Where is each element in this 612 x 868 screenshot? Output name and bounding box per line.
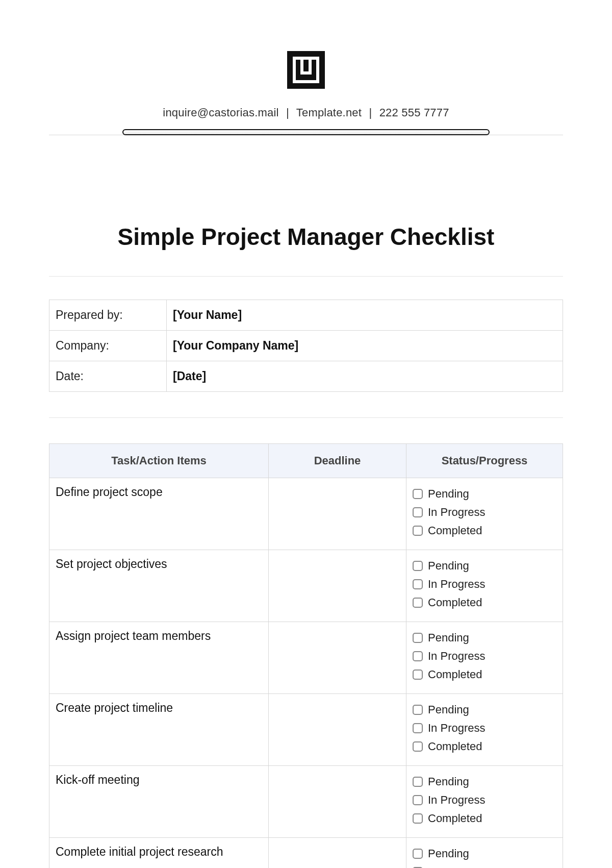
checkbox-icon[interactable]: [413, 795, 423, 805]
status-option-label: In Progress: [428, 650, 486, 663]
deadline-cell[interactable]: [269, 766, 406, 838]
page-title: Simple Project Manager Checklist: [49, 223, 563, 251]
status-list: PendingIn ProgressCompleted: [413, 631, 556, 681]
status-option-label: Pending: [428, 775, 469, 788]
status-option-label: Completed: [428, 812, 482, 825]
status-option: Pending: [413, 559, 556, 573]
task-name-cell: Assign project team members: [49, 622, 269, 694]
status-option: In Progress: [413, 793, 556, 807]
status-option: Completed: [413, 740, 556, 753]
column-header-task: Task/Action Items: [49, 444, 269, 478]
status-option-label: In Progress: [428, 793, 486, 807]
deadline-cell[interactable]: [269, 622, 406, 694]
status-option: Completed: [413, 524, 556, 537]
checkbox-icon[interactable]: [413, 579, 423, 589]
checkbox-icon[interactable]: [413, 705, 423, 715]
status-option: Pending: [413, 631, 556, 644]
status-list: PendingIn ProgressCompleted: [413, 847, 556, 868]
status-option-label: Pending: [428, 847, 469, 860]
status-option-label: Completed: [428, 740, 482, 753]
status-option-label: Completed: [428, 524, 482, 537]
status-option-label: Pending: [428, 703, 469, 716]
checkbox-icon[interactable]: [413, 651, 423, 661]
table-row: Complete initial project researchPending…: [49, 838, 563, 869]
checkbox-icon[interactable]: [413, 723, 423, 733]
status-option: In Progress: [413, 722, 556, 735]
table-header-row: Task/Action Items Deadline Status/Progre…: [49, 444, 563, 478]
status-option-label: In Progress: [428, 722, 486, 735]
checkbox-icon[interactable]: [413, 561, 423, 571]
task-name-cell: Complete initial project research: [49, 838, 269, 869]
checkbox-icon[interactable]: [413, 598, 423, 608]
deadline-cell[interactable]: [269, 550, 406, 622]
divider: [49, 417, 563, 418]
deadline-cell[interactable]: [269, 694, 406, 766]
checkbox-icon[interactable]: [413, 633, 423, 643]
status-option: Completed: [413, 668, 556, 681]
checkbox-icon[interactable]: [413, 813, 423, 824]
task-name-cell: Kick-off meeting: [49, 766, 269, 838]
table-row: Kick-off meetingPendingIn ProgressComple…: [49, 766, 563, 838]
checkbox-icon[interactable]: [413, 741, 423, 752]
status-cell: PendingIn ProgressCompleted: [406, 838, 563, 869]
status-option-label: Pending: [428, 559, 469, 573]
status-list: PendingIn ProgressCompleted: [413, 487, 556, 537]
table-row: Date: [Date]: [49, 361, 563, 392]
status-option-label: In Progress: [428, 506, 486, 519]
status-option-label: Completed: [428, 596, 482, 609]
status-cell: PendingIn ProgressCompleted: [406, 766, 563, 838]
document-page: inquire@castorias.mail | Template.net | …: [0, 0, 612, 868]
deadline-cell[interactable]: [269, 838, 406, 869]
header-rule-capsule: [122, 129, 490, 135]
column-header-deadline: Deadline: [269, 444, 406, 478]
info-value-prepared-by: [Your Name]: [167, 300, 563, 331]
separator-icon: |: [369, 106, 372, 119]
checkbox-icon[interactable]: [413, 526, 423, 536]
status-option: Pending: [413, 775, 556, 788]
checkbox-icon[interactable]: [413, 777, 423, 787]
deadline-cell[interactable]: [269, 478, 406, 550]
column-header-status: Status/Progress: [406, 444, 563, 478]
info-label-prepared-by: Prepared by:: [49, 300, 167, 331]
svg-rect-3: [300, 71, 312, 75]
task-name-cell: Define project scope: [49, 478, 269, 550]
status-option: Pending: [413, 847, 556, 860]
status-list: PendingIn ProgressCompleted: [413, 775, 556, 825]
checkbox-icon[interactable]: [413, 489, 423, 499]
status-cell: PendingIn ProgressCompleted: [406, 622, 563, 694]
table-row: Create project timelinePendingIn Progres…: [49, 694, 563, 766]
status-option: In Progress: [413, 506, 556, 519]
contact-line: inquire@castorias.mail | Template.net | …: [49, 106, 563, 119]
table-row: Set project objectivesPendingIn Progress…: [49, 550, 563, 622]
info-label-date: Date:: [49, 361, 167, 392]
task-name-cell: Create project timeline: [49, 694, 269, 766]
table-row: Define project scopePendingIn ProgressCo…: [49, 478, 563, 550]
status-option-label: In Progress: [428, 578, 486, 591]
contact-email: inquire@castorias.mail: [163, 106, 278, 119]
status-option: Completed: [413, 812, 556, 825]
info-table: Prepared by: [Your Name] Company: [Your …: [49, 300, 563, 392]
task-name-cell: Set project objectives: [49, 550, 269, 622]
status-cell: PendingIn ProgressCompleted: [406, 694, 563, 766]
separator-icon: |: [286, 106, 289, 119]
status-list: PendingIn ProgressCompleted: [413, 703, 556, 753]
divider: [49, 276, 563, 277]
checklist-table: Task/Action Items Deadline Status/Progre…: [49, 443, 563, 868]
status-option: Pending: [413, 703, 556, 716]
status-option-label: In Progress: [428, 865, 486, 868]
checkbox-icon[interactable]: [413, 507, 423, 517]
checkbox-icon[interactable]: [413, 849, 423, 859]
status-option-label: Pending: [428, 487, 469, 501]
status-cell: PendingIn ProgressCompleted: [406, 550, 563, 622]
checkbox-icon[interactable]: [413, 669, 423, 680]
contact-phone: 222 555 7777: [379, 106, 449, 119]
table-row: Assign project team membersPendingIn Pro…: [49, 622, 563, 694]
status-option: Pending: [413, 487, 556, 501]
status-option: Completed: [413, 596, 556, 609]
status-cell: PendingIn ProgressCompleted: [406, 478, 563, 550]
status-option-label: Pending: [428, 631, 469, 644]
info-value-company: [Your Company Name]: [167, 331, 563, 361]
status-option: In Progress: [413, 650, 556, 663]
table-row: Company: [Your Company Name]: [49, 331, 563, 361]
brand-logo-icon: [287, 51, 325, 89]
